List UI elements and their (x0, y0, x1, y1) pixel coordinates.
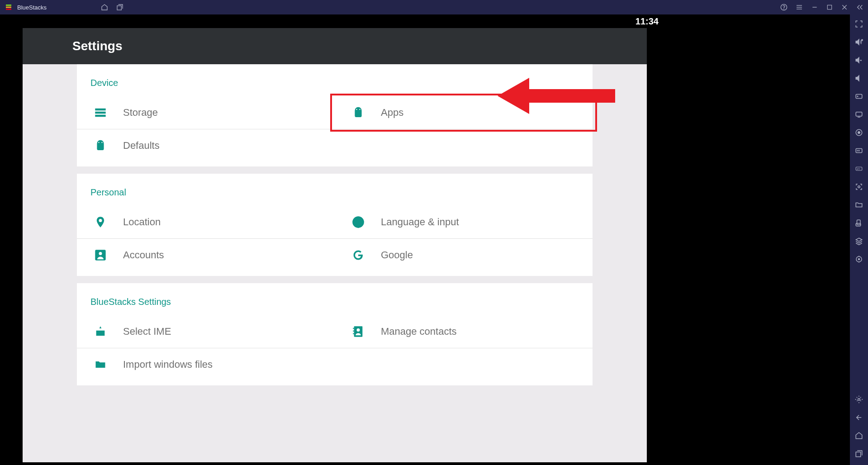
settings-item-contacts[interactable]: Manage contacts (335, 315, 593, 348)
svg-rect-26 (856, 95, 862, 99)
settings-item-label: Defaults (123, 140, 160, 152)
home-icon[interactable] (101, 4, 108, 11)
back-icon[interactable] (855, 413, 863, 423)
location-side-icon[interactable] (855, 255, 863, 265)
screenshot-icon[interactable] (855, 183, 863, 193)
svg-point-18 (99, 252, 102, 255)
svg-point-31 (858, 132, 860, 134)
svg-point-35 (858, 186, 860, 188)
fullscreen-icon[interactable] (855, 20, 863, 30)
svg-rect-22 (353, 331, 354, 332)
svg-point-13 (101, 142, 102, 143)
rotate-icon[interactable] (855, 219, 863, 229)
section-title-bluestacks: BlueStacks Settings (77, 292, 593, 315)
settings-item-location[interactable]: Location (77, 206, 335, 239)
svg-text:APK: APK (857, 168, 861, 170)
recents-icon[interactable] (855, 450, 863, 460)
svg-point-42 (858, 399, 860, 401)
svg-point-20 (357, 328, 360, 332)
settings-item-label: Select IME (123, 326, 171, 337)
folder-icon[interactable] (855, 201, 863, 211)
contacts-icon (352, 325, 365, 338)
settings-item-import[interactable]: Import windows files (77, 348, 335, 381)
help-icon[interactable] (780, 4, 787, 11)
titlebar: BlueStacks (0, 0, 868, 14)
volume-up-icon[interactable]: + (855, 38, 863, 48)
settings-item-label: Language & input (381, 216, 459, 228)
android-icon (94, 139, 107, 152)
volume-down-icon[interactable]: - (855, 56, 863, 66)
device-section-card: Device Storage Apps Defaults (77, 64, 593, 166)
app-title: BlueStacks (17, 4, 47, 11)
keymap-icon[interactable] (855, 92, 863, 102)
screen-icon[interactable] (855, 110, 863, 120)
svg-rect-28 (856, 112, 862, 116)
android-icon (352, 106, 365, 119)
svg-rect-43 (856, 452, 861, 457)
section-title-device: Device (77, 73, 593, 96)
svg-point-11 (359, 109, 360, 110)
svg-rect-21 (353, 328, 354, 329)
record-icon[interactable] (855, 128, 863, 138)
svg-point-12 (98, 142, 99, 143)
close-icon[interactable] (841, 4, 848, 11)
google-icon (352, 249, 365, 261)
settings-item-language[interactable]: Language & input (335, 206, 593, 239)
settings-item-label: Google (381, 249, 413, 261)
svg-point-10 (356, 109, 357, 110)
settings-item-label: Manage contacts (381, 326, 457, 337)
account-icon (94, 249, 107, 261)
svg-point-27 (857, 96, 858, 97)
personal-section-card: Personal Location Language & input Accou… (77, 174, 593, 276)
settings-item-label: Apps (381, 107, 403, 119)
layers-icon[interactable] (855, 237, 863, 247)
settings-item-label: Accounts (123, 249, 164, 261)
svg-point-39 (859, 259, 860, 260)
highlight-annotation (330, 94, 597, 132)
keyboard-icon (94, 325, 107, 338)
settings-item-defaults[interactable]: Defaults (77, 129, 335, 162)
bluestacks-logo-icon (5, 3, 13, 11)
svg-text:-: - (860, 58, 862, 62)
menu-icon[interactable] (796, 4, 803, 11)
section-title-personal: Personal (77, 183, 593, 206)
maximize-icon[interactable] (826, 4, 833, 10)
multi-window-icon[interactable] (116, 4, 123, 11)
settings-item-ime[interactable]: Select IME (77, 315, 335, 348)
globe-icon (352, 216, 365, 228)
settings-item-label: Storage (123, 107, 158, 119)
home-side-icon[interactable] (855, 432, 863, 441)
settings-screen: Settings Device Storage Apps (23, 28, 647, 462)
svg-point-2 (784, 9, 784, 9)
storage-icon (94, 106, 107, 119)
main-content-area: 11:34 Settings Device Storage Apps (0, 14, 669, 465)
settings-item-label: Location (123, 216, 161, 228)
folder-icon (94, 358, 107, 371)
page-title: Settings (23, 28, 647, 64)
macro-icon[interactable] (855, 147, 863, 157)
settings-item-apps[interactable]: Apps (335, 96, 593, 129)
side-toolbar: + - APK (850, 14, 868, 465)
svg-rect-23 (353, 333, 354, 334)
svg-rect-0 (117, 6, 121, 10)
location-icon (94, 216, 107, 228)
collapse-sidebar-icon[interactable] (856, 4, 863, 11)
gear-icon[interactable] (855, 395, 863, 405)
bluestacks-section-card: BlueStacks Settings Select IME Manage co… (77, 283, 593, 385)
svg-rect-7 (827, 5, 831, 9)
settings-item-google[interactable]: Google (335, 239, 593, 271)
settings-item-storage[interactable]: Storage (77, 96, 335, 129)
svg-rect-36 (857, 220, 861, 225)
settings-item-label: Import windows files (123, 359, 213, 370)
mute-icon[interactable] (855, 74, 863, 84)
android-status-bar: 11:34 (0, 14, 669, 28)
settings-item-accounts[interactable]: Accounts (77, 239, 335, 271)
apk-icon[interactable]: APK (855, 165, 863, 175)
svg-text:+: + (861, 38, 863, 41)
status-time: 11:34 (636, 16, 659, 27)
minimize-icon[interactable] (811, 4, 818, 11)
